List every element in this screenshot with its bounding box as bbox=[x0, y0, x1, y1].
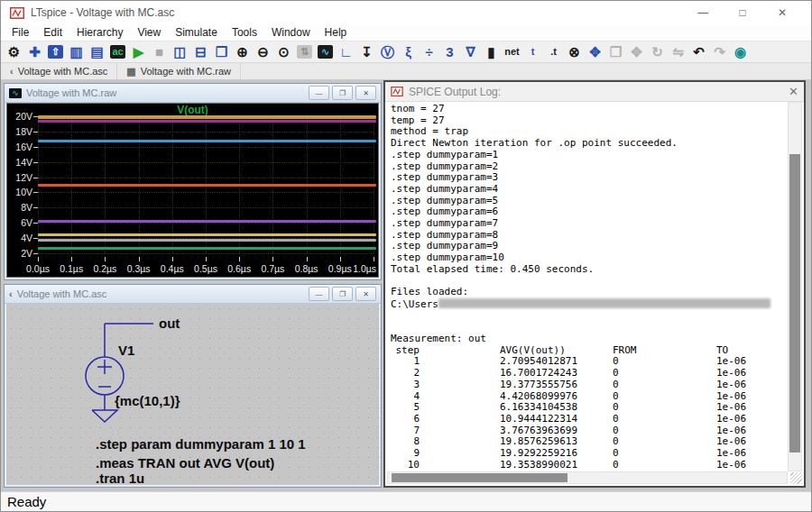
trace-step-4 bbox=[38, 233, 376, 236]
measurement-row-cell: 10 bbox=[391, 460, 420, 471]
measurement-row-cell: 16.7001724243 bbox=[420, 368, 613, 379]
new-schematic-icon[interactable]: ✚ bbox=[24, 42, 45, 62]
undo-icon[interactable]: ↶ bbox=[688, 42, 709, 62]
net-label-icon[interactable]: net bbox=[502, 42, 522, 62]
menu-file[interactable]: File bbox=[5, 24, 36, 41]
menu-window[interactable]: Window bbox=[264, 24, 318, 41]
vertical-scrollbar[interactable] bbox=[788, 102, 802, 471]
open-file-icon[interactable]: ⇧ bbox=[45, 42, 66, 62]
measurement-row-cell: 0 bbox=[613, 460, 716, 471]
directive-step[interactable]: .step param dummyparam 1 10 1 bbox=[96, 436, 306, 452]
menu-edit[interactable]: Edit bbox=[36, 24, 69, 41]
log-close-button[interactable]: ✕ bbox=[789, 85, 798, 98]
resize-grip[interactable] bbox=[790, 472, 802, 484]
plot-title: V(out) bbox=[7, 104, 378, 116]
tab-schematic[interactable]: ‹ Voltage with MC.asc bbox=[1, 63, 117, 79]
inductor-icon[interactable]: 3 bbox=[439, 42, 460, 62]
y-axis-label: 6V bbox=[7, 217, 32, 228]
control-panel-ac-icon[interactable]: ac bbox=[107, 42, 128, 62]
halt-icon[interactable]: ■ bbox=[149, 42, 170, 62]
spice-directive-icon[interactable]: .t bbox=[543, 42, 564, 62]
menu-hierarchy[interactable]: Hierarchy bbox=[69, 24, 130, 41]
run-icon[interactable]: ▶ bbox=[128, 42, 149, 62]
part-value-mc[interactable]: {mc(10,1)} bbox=[115, 393, 180, 408]
paste-icon[interactable]: ❐ bbox=[605, 42, 626, 62]
move-icon[interactable]: ✥ bbox=[585, 42, 605, 62]
text-icon[interactable]: t bbox=[522, 42, 543, 62]
save-icon[interactable]: ▥ bbox=[66, 42, 87, 62]
net-label-out[interactable]: out bbox=[159, 315, 180, 331]
schematic-canvas[interactable]: out V1 {mc(10,1)} .step param dummyparam… bbox=[6, 304, 379, 485]
tab-bar: ‹ Voltage with MC.asc ▦ Voltage with MC.… bbox=[1, 63, 811, 80]
log-window-titlebar[interactable]: SPICE Output Log: ✕ bbox=[385, 82, 804, 102]
part-ref-v1[interactable]: V1 bbox=[118, 343, 134, 358]
ground-icon[interactable]: ↧ bbox=[356, 42, 377, 62]
menu-help[interactable]: Help bbox=[318, 24, 355, 41]
measurement-row-cell: 19.9292259216 bbox=[420, 448, 613, 460]
schematic-restore-button[interactable]: ❐ bbox=[332, 287, 353, 301]
zoom-in-icon[interactable]: ⊕ bbox=[232, 42, 253, 62]
redo-icon[interactable]: ↷ bbox=[709, 42, 730, 62]
wire-icon[interactable]: ∟ bbox=[336, 42, 356, 62]
measurement-row-cell: 1e-06 bbox=[716, 368, 787, 379]
directive-tran[interactable]: .tran 1u bbox=[96, 471, 144, 485]
waveform-restore-button[interactable]: ❐ bbox=[332, 86, 353, 100]
close-button[interactable]: ✕ bbox=[762, 6, 802, 19]
drag-icon-glyph: ✥ bbox=[631, 45, 642, 59]
waveform-window-titlebar[interactable]: ∿ Voltage with MC.raw — ❐ ✕ bbox=[5, 84, 381, 103]
x-axis-label: 0.6µs bbox=[227, 263, 251, 274]
ground-symbol[interactable] bbox=[92, 410, 117, 422]
zoom-out-icon[interactable]: ⊖ bbox=[253, 42, 273, 62]
x-axis-label: 1.0µs bbox=[353, 263, 376, 274]
files-loaded-label: Files loaded: bbox=[391, 287, 787, 298]
horizontal-scrollbar[interactable] bbox=[387, 471, 788, 484]
schematic-close-button[interactable]: ✕ bbox=[355, 287, 376, 301]
menu-simulate[interactable]: Simulate bbox=[168, 24, 225, 41]
tab-waveform-label: Voltage with MC.raw bbox=[141, 66, 231, 77]
diode-icon-glyph: ∇ bbox=[466, 45, 475, 59]
diode-icon[interactable]: ∇ bbox=[460, 42, 481, 62]
wave-plot[interactable]: V(out)20V18V16V14V12V10V8V6V4V2V0.0µs0.1… bbox=[6, 103, 379, 278]
x-axis-label: 0.2µs bbox=[93, 263, 116, 274]
mirror-icon[interactable]: ⇋ bbox=[668, 42, 688, 62]
capacitor-icon[interactable]: ÷ bbox=[419, 42, 439, 62]
zoom-full-extents-icon[interactable]: ⊙ bbox=[273, 42, 294, 62]
voltage-source-icon[interactable]: Ⓥ bbox=[377, 42, 398, 62]
control-panel-icon[interactable]: ⚙ bbox=[4, 42, 24, 62]
pan-icon[interactable]: ⇅ bbox=[294, 42, 315, 62]
tile-vertical-icon[interactable]: ◫ bbox=[170, 42, 190, 62]
drag-icon[interactable]: ✥ bbox=[626, 42, 647, 62]
net-label-icon-glyph: net bbox=[504, 47, 520, 57]
find-icon[interactable]: ◉ bbox=[730, 42, 751, 62]
vertical-scrollbar-thumb[interactable] bbox=[789, 154, 800, 452]
x-tick bbox=[105, 257, 106, 261]
resistor-icon[interactable]: ξ bbox=[398, 42, 419, 62]
delete-icon[interactable]: ⊗ bbox=[564, 42, 585, 62]
print-icon-glyph: ▤ bbox=[90, 45, 103, 59]
minimize-button[interactable]: — bbox=[683, 6, 723, 19]
zoom-in-icon-glyph: ⊕ bbox=[236, 45, 248, 59]
component-icon[interactable]: ▮ bbox=[481, 42, 502, 62]
ltspice-logo-icon bbox=[10, 7, 24, 19]
y-axis-label: 8V bbox=[7, 202, 32, 213]
measurement-row-cell: 1e-06 bbox=[716, 414, 787, 425]
schematic-minimize-button[interactable]: — bbox=[309, 287, 329, 301]
rotate-icon[interactable]: ↻ bbox=[647, 42, 668, 62]
log-line: .step dummyparam=10 bbox=[391, 252, 787, 264]
cascade-windows-icon[interactable]: ❐ bbox=[211, 42, 232, 62]
waveform-icon[interactable]: ∿ bbox=[315, 42, 336, 62]
horizontal-scrollbar-thumb[interactable] bbox=[392, 473, 567, 482]
schematic-window-titlebar[interactable]: ‹ Voltage with MC.asc — ❐ ✕ bbox=[5, 285, 381, 304]
waveform-close-button[interactable]: ✕ bbox=[355, 86, 376, 100]
trace-step-10 bbox=[38, 120, 376, 123]
title-bar[interactable]: LTspice - Voltage with MC.asc — □ ✕ bbox=[1, 1, 811, 24]
waveform-minimize-button[interactable]: — bbox=[309, 86, 329, 100]
tile-horizontal-icon[interactable]: ⊟ bbox=[190, 42, 211, 62]
menu-tools[interactable]: Tools bbox=[225, 24, 264, 41]
tab-waveform[interactable]: ▦ Voltage with MC.raw bbox=[117, 63, 241, 79]
maximize-button[interactable]: □ bbox=[723, 6, 762, 19]
menu-view[interactable]: View bbox=[130, 24, 168, 41]
print-icon[interactable]: ▤ bbox=[87, 42, 107, 62]
directive-meas[interactable]: .meas TRAN out AVG V(out) bbox=[96, 455, 274, 471]
x-tick bbox=[139, 257, 140, 261]
